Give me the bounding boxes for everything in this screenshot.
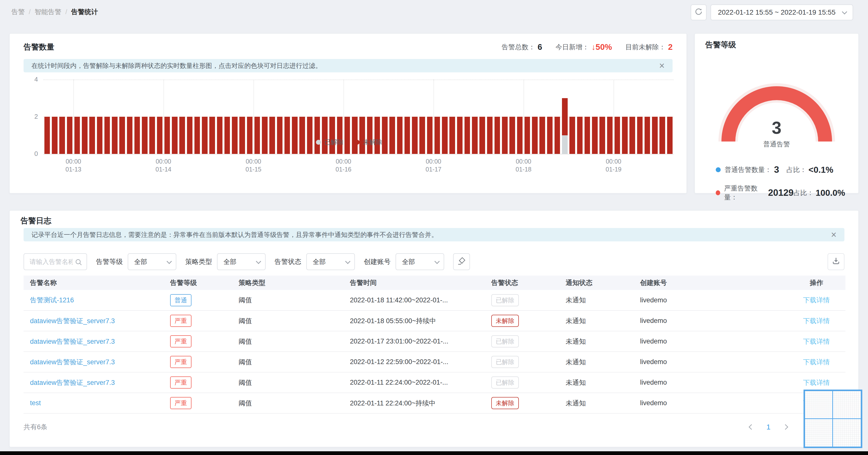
- breadcrumb-item-smart-alarm[interactable]: 智能告警: [35, 7, 62, 17]
- chart-bar[interactable]: [209, 117, 215, 154]
- pagination-next-icon[interactable]: [783, 424, 788, 430]
- chart-bar[interactable]: [659, 117, 665, 154]
- chart-bar[interactable]: [202, 117, 207, 154]
- download-detail-link[interactable]: 下载详情: [803, 379, 830, 386]
- chart-bar[interactable]: [344, 117, 350, 154]
- chart-bar[interactable]: [502, 117, 507, 154]
- chart-bar[interactable]: [442, 117, 447, 154]
- chart-bar[interactable]: [539, 117, 545, 154]
- legend-item[interactable]: 已解除: [316, 138, 344, 147]
- chart-bar[interactable]: [397, 117, 403, 154]
- chart-bar[interactable]: [390, 117, 395, 154]
- chart-bar[interactable]: [224, 117, 230, 154]
- chart-bar[interactable]: [314, 117, 320, 154]
- filter-select[interactable]: 全部: [217, 253, 266, 270]
- chart-bar[interactable]: [52, 117, 57, 154]
- chart-bar[interactable]: [89, 117, 95, 154]
- chart-bar[interactable]: [104, 117, 110, 154]
- download-button[interactable]: [828, 253, 844, 270]
- chart-bar[interactable]: [307, 117, 312, 154]
- chart-bar[interactable]: [127, 117, 132, 154]
- chart-bar[interactable]: [607, 117, 613, 154]
- chart-bar[interactable]: [465, 117, 470, 154]
- download-detail-link[interactable]: 下载详情: [803, 296, 830, 304]
- chart-bar[interactable]: [67, 117, 72, 154]
- chart-bar[interactable]: [44, 117, 50, 154]
- chart-bar[interactable]: [82, 117, 87, 154]
- chart-bar[interactable]: [254, 117, 260, 154]
- chart-bar[interactable]: [172, 117, 177, 154]
- chart-bar[interactable]: [450, 117, 455, 154]
- chart-bar[interactable]: [119, 117, 125, 154]
- chart-bar[interactable]: [217, 117, 222, 154]
- alarm-name-link[interactable]: dataview告警验证_server7.3: [30, 379, 115, 386]
- chart-bar[interactable]: [292, 117, 297, 154]
- close-icon[interactable]: ×: [831, 230, 837, 239]
- chart-bar[interactable]: [509, 117, 515, 154]
- chart-bar[interactable]: [179, 117, 185, 154]
- breadcrumb-item-alarm[interactable]: 告警: [11, 7, 25, 17]
- chart-bar[interactable]: [164, 117, 170, 154]
- chart-bar[interactable]: [487, 117, 493, 154]
- chart-bar[interactable]: [337, 117, 342, 154]
- chart-bar[interactable]: [187, 117, 192, 154]
- chart-bar[interactable]: [569, 117, 575, 154]
- chart-bar[interactable]: [599, 117, 605, 154]
- chart-bar[interactable]: [532, 117, 537, 154]
- alarm-name-link[interactable]: dataview告警验证_server7.3: [30, 317, 115, 325]
- chart-bar[interactable]: [629, 117, 635, 154]
- chart-bar[interactable]: [284, 117, 290, 154]
- chart-bar[interactable]: [420, 117, 425, 154]
- chart-bar[interactable]: [457, 117, 463, 154]
- chart-bar[interactable]: [367, 117, 372, 154]
- alarm-name-link[interactable]: dataview告警验证_server7.3: [30, 338, 115, 345]
- chart-bar[interactable]: [517, 117, 523, 154]
- chart-bar[interactable]: [479, 117, 485, 154]
- chart-bar[interactable]: [232, 117, 237, 154]
- chart-bar[interactable]: [262, 117, 267, 154]
- chart-bar[interactable]: [404, 117, 410, 154]
- chart-bar[interactable]: [577, 117, 583, 154]
- download-detail-link[interactable]: 下载详情: [803, 358, 830, 366]
- alarm-name-search[interactable]: [24, 253, 87, 270]
- chart-bar[interactable]: [472, 117, 477, 154]
- chart-bar[interactable]: [112, 117, 117, 154]
- chart-bar[interactable]: [247, 117, 252, 154]
- download-detail-link[interactable]: 下载详情: [803, 338, 830, 345]
- clear-filter-button[interactable]: [453, 253, 470, 270]
- download-detail-link[interactable]: 下载详情: [803, 317, 830, 325]
- chart-bar[interactable]: [645, 117, 650, 154]
- chart-bar[interactable]: [142, 117, 147, 154]
- chart-bar[interactable]: [622, 117, 627, 154]
- chart-bar[interactable]: [615, 117, 620, 154]
- chart-bar[interactable]: [277, 117, 282, 154]
- pagination-page-1[interactable]: 1: [766, 423, 771, 431]
- chart-bar[interactable]: [525, 117, 530, 154]
- chart-bar[interactable]: [97, 117, 102, 154]
- filter-select[interactable]: 全部: [306, 253, 355, 270]
- refresh-button[interactable]: [691, 4, 707, 20]
- chart-bar[interactable]: [134, 117, 140, 154]
- chart-bar[interactable]: [382, 117, 388, 154]
- chart-bar[interactable]: [352, 117, 358, 154]
- pagination-prev-icon[interactable]: [749, 424, 754, 430]
- alarm-name-link[interactable]: dataview告警验证_server7.3: [30, 358, 115, 366]
- chart-bar[interactable]: [495, 117, 500, 154]
- chart-bar[interactable]: [555, 117, 560, 154]
- chart-bar[interactable]: [427, 117, 433, 154]
- alarm-name-link[interactable]: 告警测试-1216: [30, 296, 74, 304]
- chart-bar[interactable]: [374, 117, 380, 154]
- chart-bar[interactable]: [637, 117, 643, 154]
- chart-bar[interactable]: [667, 117, 673, 154]
- chart-bar[interactable]: [329, 117, 335, 154]
- chart-bar[interactable]: [59, 117, 65, 154]
- chart-bar[interactable]: [547, 117, 553, 154]
- chart-bar[interactable]: [585, 117, 590, 154]
- chart-bar[interactable]: [322, 117, 328, 154]
- date-range-picker[interactable]: 2022-01-12 15:55 ~ 2022-01-19 15:55: [711, 4, 853, 20]
- magnifier-grid-widget[interactable]: [804, 390, 862, 448]
- legend-item[interactable]: 未解除: [354, 138, 382, 147]
- filter-select[interactable]: 全部: [396, 253, 444, 270]
- chart-bar[interactable]: [299, 117, 305, 154]
- chart-bar[interactable]: [149, 117, 155, 154]
